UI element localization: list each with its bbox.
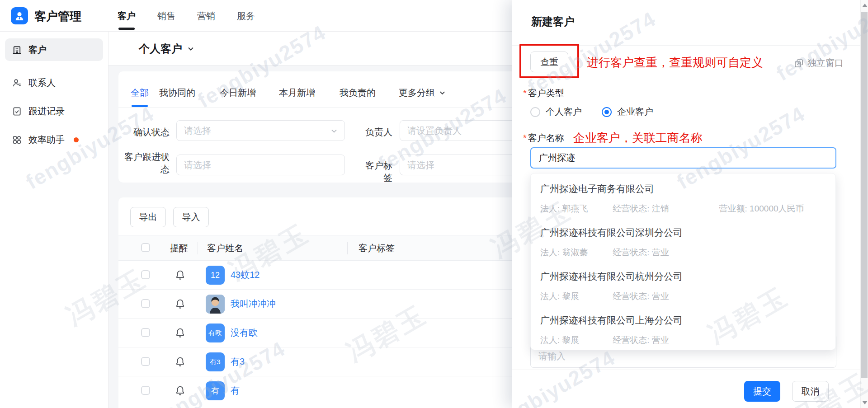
customer-type-radio-group: 个人客户 企业客户 — [530, 106, 653, 118]
chevron-down-icon — [439, 89, 446, 97]
customer-name-link[interactable]: 有3 — [231, 356, 245, 368]
chevron-down-icon — [330, 127, 338, 135]
company-name: 广州探迹科技有限公司杭州分公司 — [540, 270, 683, 283]
avatar: 有 — [206, 381, 225, 400]
suggestion-item[interactable]: 广州探迹科技有限公司杭州分公司 法人: 黎展 经营状态: 营业 — [540, 267, 826, 310]
bell-icon[interactable] — [175, 269, 186, 282]
tag-select[interactable]: 请选择 — [400, 155, 531, 175]
export-button[interactable]: 导出 — [130, 207, 166, 227]
tab-all[interactable]: 全部 — [131, 87, 149, 99]
contact-icon — [11, 77, 22, 88]
customer-name-link[interactable]: 我叫冲冲冲 — [231, 298, 276, 310]
company-name: 广州探迹科技有限公司深圳分公司 — [540, 226, 683, 239]
nav-customer[interactable]: 客户 — [117, 0, 137, 32]
top-nav: 客户 销售 营销 服务 — [117, 0, 256, 32]
standalone-window-link[interactable]: 独立窗口 — [794, 57, 844, 69]
tab-collaborated[interactable]: 我协同的 — [159, 87, 195, 99]
bell-icon[interactable] — [175, 385, 186, 398]
customer-type-label: * 客户类型 — [523, 87, 564, 99]
column-header-tag: 客户标签 — [359, 242, 395, 254]
row-checkbox[interactable] — [141, 299, 150, 308]
filter-label-follow-status: 客户跟进状态 — [122, 151, 170, 175]
new-customer-drawer: 新建客户 查重 进行客户查重，查重规则可自定义 独立窗口 * 客户类型 个人客户… — [512, 0, 868, 408]
legal-person: 法人: 翁淑蓁 — [540, 247, 610, 258]
row-checkbox[interactable] — [141, 270, 150, 279]
placeholder: 请选择 — [184, 159, 211, 171]
company-meta: 法人: 黎展 经营状态: 营业 — [540, 334, 717, 346]
section-title: 个人客户 — [139, 42, 182, 56]
import-button[interactable]: 导入 — [173, 207, 209, 227]
customer-name-link[interactable]: 没有欧 — [231, 327, 258, 339]
customer-name-input[interactable] — [530, 147, 836, 169]
annotation-dedupe-text: 进行客户查重，查重规则可自定义 — [587, 55, 763, 70]
customer-name-link[interactable]: 43蚊12 — [231, 269, 260, 281]
divider — [512, 45, 860, 46]
required-star: * — [523, 88, 527, 98]
operating-status: 经营状态: 注销 — [613, 203, 717, 215]
sidebar-item-label: 跟进记录 — [28, 105, 65, 117]
suggestion-item[interactable]: 广州探迹科技有限公司上海分公司 法人: 黎展 经营状态: 营业 — [540, 310, 826, 354]
sidebar-item-label: 联系人 — [28, 77, 56, 89]
grid-icon — [11, 134, 22, 145]
suggestion-item[interactable]: 广州探迹科技有限公司深圳分公司 法人: 翁淑蓁 经营状态: 营业 — [540, 223, 826, 267]
submit-button[interactable]: 提交 — [744, 381, 780, 402]
tab-more-groups[interactable]: 更多分组 — [399, 87, 446, 99]
customer-name-label: * 客户名称 企业客户，关联工商名称 — [523, 130, 703, 146]
avatar: 有3 — [206, 352, 225, 371]
drawer-scrollbar[interactable] — [860, 0, 868, 408]
drawer-title: 新建客户 — [531, 14, 575, 29]
tab-added-today[interactable]: 今日新增 — [220, 87, 256, 99]
suggestion-item[interactable]: 广州探迹电子商务有限公司 法人: 郭燕飞 经营状态: 注销 营业额: 10000… — [540, 179, 826, 223]
radio-enterprise-customer[interactable]: 企业客户 — [602, 106, 653, 118]
nav-marketing[interactable]: 营销 — [196, 0, 216, 32]
sidebar: 客户 联系人 跟进记录 效率助手 — [0, 32, 108, 408]
owner-select[interactable]: 请设置负责人 — [400, 120, 531, 141]
bell-icon[interactable] — [175, 327, 186, 340]
tab-my-responsibility[interactable]: 我负责的 — [340, 87, 376, 99]
sidebar-item-label: 客户 — [28, 44, 47, 56]
app-logo-icon — [11, 7, 28, 24]
scroll-up-icon[interactable] — [862, 4, 868, 7]
sidebar-item-label: 效率助手 — [28, 134, 65, 146]
nav-service[interactable]: 服务 — [236, 0, 256, 32]
sidebar-item-assistant[interactable]: 效率助手 — [5, 128, 103, 151]
filter-label-tag: 客户标签 — [357, 159, 392, 184]
tab-more-groups-label: 更多分组 — [399, 87, 435, 99]
scrollbar-thumb[interactable] — [861, 12, 868, 378]
confirm-status-select[interactable]: 请选择 — [176, 120, 345, 141]
column-header-name: 客户姓名 — [207, 242, 243, 254]
standalone-window-label: 独立窗口 — [807, 57, 844, 69]
nav-sales[interactable]: 销售 — [156, 0, 176, 32]
legal-person: 法人: 郭燕飞 — [540, 203, 610, 215]
sidebar-item-contacts[interactable]: 联系人 — [5, 71, 103, 94]
company-meta: 法人: 郭燕飞 经营状态: 注销 营业额: 100000人民币 — [540, 203, 804, 215]
radio-label: 个人客户 — [546, 106, 582, 118]
select-all-checkbox[interactable] — [141, 243, 150, 252]
avatar: 12 — [206, 266, 225, 285]
label-text: 客户名称 — [528, 132, 564, 144]
bell-icon[interactable] — [175, 298, 186, 311]
scroll-down-icon[interactable] — [862, 401, 868, 404]
row-checkbox[interactable] — [141, 386, 150, 395]
follow-status-select[interactable]: 请选择 — [176, 155, 345, 175]
company-suggestion-dropdown: 广州探迹电子商务有限公司 法人: 郭燕飞 经营状态: 注销 营业额: 10000… — [530, 173, 836, 350]
customer-name-link[interactable]: 有 — [231, 385, 240, 397]
app-window: 客户管理 客户 销售 营销 服务 客户 联系人 跟进记录 — [0, 0, 868, 408]
operating-status: 经营状态: 营业 — [613, 334, 717, 346]
placeholder: 请选择 — [184, 125, 211, 137]
row-checkbox[interactable] — [141, 328, 150, 337]
dedupe-button[interactable]: 查重 — [530, 52, 568, 72]
sidebar-item-followups[interactable]: 跟进记录 — [5, 100, 103, 122]
company-meta: 法人: 黎展 经营状态: 营业 — [540, 291, 717, 302]
company-name: 广州探迹科技有限公司上海分公司 — [540, 314, 683, 327]
filter-label-confirm-status: 确认状态 — [122, 126, 170, 138]
cancel-button[interactable]: 取消 — [792, 381, 829, 402]
filter-label-owner: 负责人 — [365, 126, 392, 138]
row-checkbox[interactable] — [141, 357, 150, 366]
placeholder: 请设置负责人 — [407, 125, 462, 137]
tab-added-this-month[interactable]: 本月新增 — [279, 87, 315, 99]
bell-icon[interactable] — [175, 356, 186, 369]
section-title-dropdown[interactable]: 个人客户 — [139, 42, 195, 56]
sidebar-item-customer[interactable]: 客户 — [5, 38, 103, 61]
radio-personal-customer[interactable]: 个人客户 — [530, 106, 582, 118]
